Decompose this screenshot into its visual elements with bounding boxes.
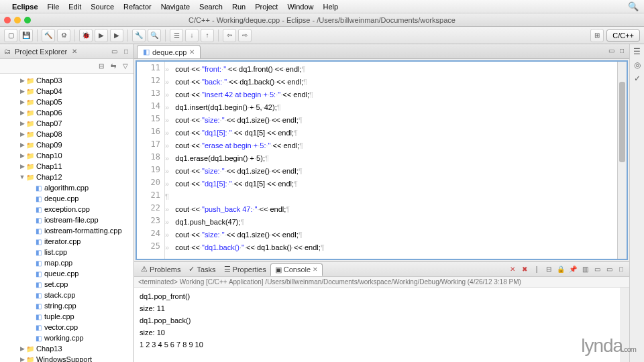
tree-node[interactable]: ◧deque.cpp bbox=[0, 193, 133, 204]
close-icon[interactable]: ✕ bbox=[313, 266, 318, 273]
task-list-icon[interactable]: ✓ bbox=[634, 74, 641, 83]
tree-node[interactable]: ▶📁Chap10 bbox=[0, 150, 133, 161]
tree-node[interactable]: ▶📁Chap09 bbox=[0, 139, 133, 150]
tree-node[interactable]: ◧iostream-formatting.cpp bbox=[0, 225, 133, 236]
build-all-button[interactable]: ⚙ bbox=[57, 29, 70, 42]
debug-button[interactable]: 🐞 bbox=[79, 29, 93, 42]
menu-run[interactable]: Run bbox=[232, 3, 246, 11]
disclosure-icon[interactable]: ▶ bbox=[19, 141, 25, 148]
open-console-icon[interactable]: ▭ bbox=[592, 264, 602, 275]
disclosure-icon[interactable]: ▶ bbox=[19, 163, 25, 170]
menu-project[interactable]: Project bbox=[255, 3, 278, 11]
tree-node[interactable]: ◧algorithm.cpp bbox=[0, 182, 133, 193]
view-close-icon[interactable]: ✕ bbox=[70, 47, 79, 56]
prev-annotation-button[interactable]: ↑ bbox=[201, 29, 214, 42]
run-button[interactable]: ▶ bbox=[95, 29, 108, 42]
min-bottom-icon[interactable]: ▭ bbox=[604, 264, 614, 275]
tree-node[interactable]: ▶📁Chap13 bbox=[0, 343, 133, 354]
disclosure-icon[interactable]: ▶ bbox=[19, 120, 25, 127]
code-line[interactable]: » cout·<<·"dq1.back()·"·<<·dq1.back()·<<… bbox=[165, 241, 617, 254]
code-line[interactable]: » cout·<<·"back:·"·<<·dq1.back()·<<·endl… bbox=[165, 76, 617, 88]
menu-edit[interactable]: Edit bbox=[68, 3, 81, 11]
tab-deque-cpp[interactable]: ◧ deque.cpp ✕ bbox=[137, 45, 201, 58]
close-icon[interactable] bbox=[4, 17, 11, 23]
tree-node[interactable]: ▶📁Chap07 bbox=[0, 118, 133, 129]
disclosure-icon[interactable]: ▶ bbox=[19, 152, 25, 159]
code-line[interactable]: » cout·<<·"insert·42·at·begin·+·5:·"·<<·… bbox=[165, 88, 617, 101]
tree-node[interactable]: ◧list.cpp bbox=[0, 247, 133, 257]
tree-node[interactable]: ◧working.cpp bbox=[0, 333, 133, 343]
open-perspective-button[interactable]: ⊞ bbox=[590, 29, 604, 42]
menu-help[interactable]: Help bbox=[323, 3, 339, 11]
outline-icon[interactable]: ☰ bbox=[633, 47, 641, 56]
remove-launch-icon[interactable]: ✕ bbox=[507, 264, 518, 275]
perspective-cpp[interactable]: C/C++ bbox=[606, 29, 640, 42]
code-line[interactable]: » cout·<<·"front:·"·<<·dq1.front()·<<·en… bbox=[165, 63, 617, 76]
tree-node[interactable]: ◧map.cpp bbox=[0, 257, 133, 268]
view-menu-icon[interactable]: ▽ bbox=[120, 61, 131, 72]
code-line[interactable]: » cout·<<·"size:·"·<<·dq1.size()·<<·endl… bbox=[165, 229, 617, 241]
new-button[interactable]: ▢ bbox=[4, 29, 17, 42]
code-line[interactable]: » cout·<<·"dq1[5]:·"·<<·dq1[5]·<<·endl;¶ bbox=[165, 127, 617, 139]
disclosure-icon[interactable]: ▶ bbox=[19, 131, 25, 137]
tree-node[interactable]: ▶📁Chap06 bbox=[0, 107, 133, 118]
disclosure-icon[interactable]: ▶ bbox=[19, 345, 25, 352]
save-button[interactable]: 💾 bbox=[19, 29, 33, 42]
tree-node[interactable]: ▶📁Chap05 bbox=[0, 97, 133, 107]
minimize-view-icon[interactable]: ▭ bbox=[109, 47, 119, 56]
tree-node[interactable]: ▶📁Chap08 bbox=[0, 129, 133, 139]
tree-node[interactable]: ▶📁Chap11 bbox=[0, 161, 133, 172]
disclosure-icon[interactable]: ▶ bbox=[19, 77, 25, 84]
disclosure-icon[interactable]: ▶ bbox=[19, 88, 25, 95]
menu-source[interactable]: Source bbox=[91, 3, 114, 11]
console-output[interactable]: dq1.pop_front()size: 11dq1.pop_back()siz… bbox=[134, 288, 629, 362]
disclosure-icon[interactable]: ▶ bbox=[19, 109, 25, 116]
remove-all-icon[interactable]: ✖ bbox=[519, 264, 530, 275]
menu-window[interactable]: Window bbox=[287, 3, 313, 11]
minimize-icon[interactable] bbox=[14, 17, 21, 23]
tree-node[interactable]: ◧queue.cpp bbox=[0, 268, 133, 279]
code-line[interactable]: » cout·<<·"dq1[5]:·"·<<·dq1[5]·<<·endl;¶ bbox=[165, 178, 617, 190]
tree-node[interactable]: ▶📁WindowsSupport bbox=[0, 354, 133, 362]
tab-properties[interactable]: ☰Properties bbox=[220, 263, 270, 276]
disclosure-icon[interactable]: ▶ bbox=[19, 356, 25, 362]
editor-scrollbar[interactable] bbox=[617, 62, 627, 259]
next-annotation-button[interactable]: ↓ bbox=[185, 29, 199, 42]
code-line[interactable]: » cout·<<·"push_back 47:·"·<<·endl;¶ bbox=[165, 203, 617, 216]
code-line[interactable]: » dq1.push_back(47);¶ bbox=[165, 216, 617, 229]
max-bottom-icon[interactable]: □ bbox=[616, 264, 627, 275]
pin-console-icon[interactable]: 📌 bbox=[568, 264, 578, 275]
code-line[interactable]: » cout·<<·"erase·at·begin·+·5:·"·<<·endl… bbox=[165, 139, 617, 152]
clear-console-icon[interactable]: ⊟ bbox=[543, 264, 554, 275]
code-line[interactable]: » dq1.insert(dq1.begin()·+·5,·42);¶ bbox=[165, 101, 617, 114]
menu-refactor[interactable]: Refactor bbox=[123, 3, 152, 11]
toggle-mark-button[interactable]: ☰ bbox=[170, 29, 183, 42]
tree-node[interactable]: ◧iostream-file.cpp bbox=[0, 215, 133, 225]
tree-node[interactable]: ◧stack.cpp bbox=[0, 290, 133, 300]
build-button[interactable]: 🔨 bbox=[42, 29, 55, 42]
code-editor[interactable]: 111213141516171819202122232425 » cout·<<… bbox=[136, 60, 628, 260]
spotlight-icon[interactable]: 🔍 bbox=[628, 1, 639, 11]
ext-tools-button[interactable]: ▶ bbox=[110, 29, 123, 42]
tree-node[interactable]: ◧string.cpp bbox=[0, 300, 133, 311]
code-line[interactable]: » dq1.erase(dq1.begin()·+·5);¶ bbox=[165, 152, 617, 165]
menu-navigate[interactable]: Navigate bbox=[161, 3, 190, 11]
back-button[interactable]: ⇦ bbox=[223, 29, 236, 42]
tree-node[interactable]: ▶📁Chap04 bbox=[0, 86, 133, 97]
make-target-icon[interactable]: ◎ bbox=[634, 60, 641, 70]
menu-search[interactable]: Search bbox=[199, 3, 223, 11]
zoom-icon[interactable] bbox=[24, 17, 31, 23]
menu-file[interactable]: File bbox=[48, 3, 60, 11]
disclosure-icon[interactable]: ▼ bbox=[19, 174, 25, 180]
code-line[interactable]: » cout·<<·"size:·"·<<·dq1.size()·<<·endl… bbox=[165, 165, 617, 178]
tree-node[interactable]: ▶📁Chap03 bbox=[0, 75, 133, 86]
tree-node[interactable]: ◧set.cpp bbox=[0, 279, 133, 290]
app-name[interactable]: Eclipse bbox=[12, 3, 38, 11]
tab-tasks[interactable]: ✓Tasks bbox=[184, 263, 219, 276]
tree-node[interactable]: ◧vector.cpp bbox=[0, 322, 133, 333]
forward-button[interactable]: ⇨ bbox=[238, 29, 252, 42]
project-tree[interactable]: ▶📁Chap03▶📁Chap04▶📁Chap05▶📁Chap06▶📁Chap07… bbox=[0, 74, 133, 362]
scroll-lock-icon[interactable]: 🔒 bbox=[555, 264, 566, 275]
tree-node[interactable]: ▼📁Chap12 bbox=[0, 172, 133, 182]
tab-console[interactable]: ▣Console✕ bbox=[270, 263, 323, 276]
